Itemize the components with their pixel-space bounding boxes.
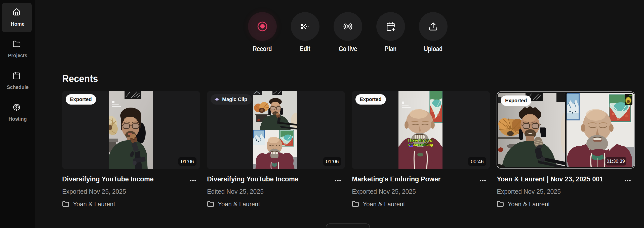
svg-text:I have the goal: I have the goal bbox=[408, 138, 432, 142]
svg-text:of transmitting: of transmitting bbox=[408, 143, 433, 147]
